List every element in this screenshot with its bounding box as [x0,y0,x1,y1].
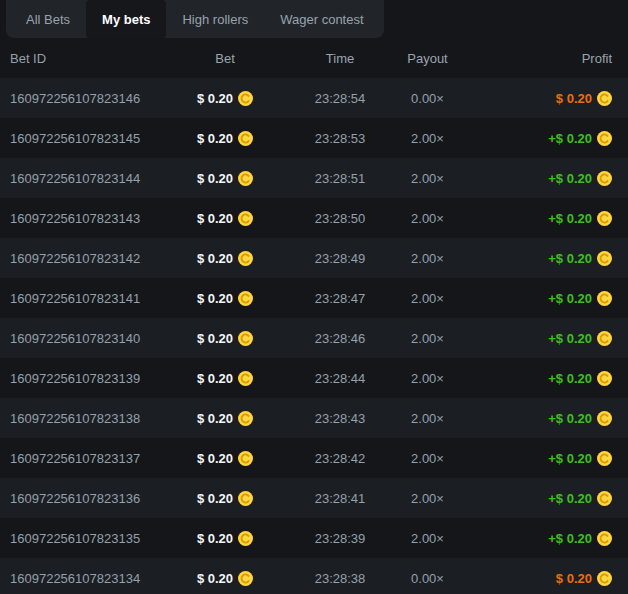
bet-id-cell: 160972256107823138 [10,411,175,426]
profit-value: +$ 0.20 [548,371,592,386]
table-row[interactable]: 160972256107823135 $ 0.20 23:28:39 2.00×… [0,518,628,558]
header-bet-id: Bet ID [10,51,175,66]
profit-value: +$ 0.20 [548,131,592,146]
profit-cell: +$ 0.20 [450,211,612,226]
table-row[interactable]: 160972256107823139 $ 0.20 23:28:44 2.00×… [0,358,628,398]
bet-amount: $ 0.20 [197,371,233,386]
tab-all-bets[interactable]: All Bets [10,0,86,38]
bet-amount: $ 0.20 [197,91,233,106]
payout-cell: 2.00× [405,491,450,506]
payout-cell: 2.00× [405,331,450,346]
bet-amount: $ 0.20 [197,411,233,426]
table-row[interactable]: 160972256107823143 $ 0.20 23:28:50 2.00×… [0,198,628,238]
table-row[interactable]: 160972256107823140 $ 0.20 23:28:46 2.00×… [0,318,628,358]
bet-id-cell: 160972256107823143 [10,211,175,226]
bet-id-cell: 160972256107823140 [10,331,175,346]
bet-id-cell: 160972256107823139 [10,371,175,386]
header-time: Time [275,51,405,66]
bet-cell: $ 0.20 [175,291,275,306]
payout-cell: 2.00× [405,451,450,466]
time-cell: 23:28:54 [275,91,405,106]
time-cell: 23:28:51 [275,171,405,186]
payout-cell: 2.00× [405,291,450,306]
profit-cell: +$ 0.20 [450,491,612,506]
coin-icon [238,251,253,266]
table-row[interactable]: 160972256107823146 $ 0.20 23:28:54 0.00×… [0,78,628,118]
coin-icon [238,211,253,226]
bet-cell: $ 0.20 [175,451,275,466]
table-header: Bet ID Bet Time Payout Profit [0,38,628,78]
bet-cell: $ 0.20 [175,211,275,226]
bet-amount: $ 0.20 [197,531,233,546]
tab-high-rollers[interactable]: High rollers [166,0,264,38]
table-row[interactable]: 160972256107823142 $ 0.20 23:28:49 2.00×… [0,238,628,278]
payout-cell: 2.00× [405,211,450,226]
time-cell: 23:28:41 [275,491,405,506]
profit-value: +$ 0.20 [548,331,592,346]
coin-icon [238,411,253,426]
coin-icon [597,171,612,186]
profit-cell: +$ 0.20 [450,331,612,346]
coin-icon [597,291,612,306]
payout-cell: 2.00× [405,171,450,186]
profit-value: +$ 0.20 [548,491,592,506]
bet-cell: $ 0.20 [175,251,275,266]
payout-cell: 2.00× [405,131,450,146]
coin-icon [238,291,253,306]
time-cell: 23:28:43 [275,411,405,426]
bet-id-cell: 160972256107823146 [10,91,175,106]
bet-id-cell: 160972256107823145 [10,131,175,146]
bet-amount: $ 0.20 [197,131,233,146]
coin-icon [238,531,253,546]
time-cell: 23:28:39 [275,531,405,546]
profit-cell: +$ 0.20 [450,171,612,186]
time-cell: 23:28:42 [275,451,405,466]
profit-cell: +$ 0.20 [450,531,612,546]
bet-amount: $ 0.20 [197,331,233,346]
coin-icon [597,331,612,346]
bet-amount: $ 0.20 [197,251,233,266]
time-cell: 23:28:46 [275,331,405,346]
table-row[interactable]: 160972256107823134 $ 0.20 23:28:38 0.00×… [0,558,628,594]
coin-icon [597,491,612,506]
profit-value: +$ 0.20 [548,531,592,546]
bet-cell: $ 0.20 [175,531,275,546]
profit-cell: +$ 0.20 [450,411,612,426]
bet-cell: $ 0.20 [175,571,275,586]
tab-wager-contest[interactable]: Wager contest [264,0,379,38]
profit-value: $ 0.20 [556,571,592,586]
coin-icon [597,411,612,426]
bets-tabbar: All Bets My bets High rollers Wager cont… [6,0,384,38]
bets-table-body: 160972256107823146 $ 0.20 23:28:54 0.00×… [0,78,628,594]
time-cell: 23:28:53 [275,131,405,146]
coin-icon [238,331,253,346]
bet-id-cell: 160972256107823144 [10,171,175,186]
bet-id-cell: 160972256107823134 [10,571,175,586]
table-row[interactable]: 160972256107823138 $ 0.20 23:28:43 2.00×… [0,398,628,438]
table-row[interactable]: 160972256107823136 $ 0.20 23:28:41 2.00×… [0,478,628,518]
table-row[interactable]: 160972256107823141 $ 0.20 23:28:47 2.00×… [0,278,628,318]
coin-icon [597,451,612,466]
bet-amount: $ 0.20 [197,451,233,466]
profit-value: +$ 0.20 [548,411,592,426]
profit-cell: $ 0.20 [450,91,612,106]
bet-id-cell: 160972256107823135 [10,531,175,546]
coin-icon [238,371,253,386]
coin-icon [238,571,253,586]
table-row[interactable]: 160972256107823145 $ 0.20 23:28:53 2.00×… [0,118,628,158]
bet-amount: $ 0.20 [197,211,233,226]
bet-amount: $ 0.20 [197,491,233,506]
time-cell: 23:28:49 [275,251,405,266]
coin-icon [597,531,612,546]
tab-my-bets[interactable]: My bets [86,0,166,38]
table-row[interactable]: 160972256107823137 $ 0.20 23:28:42 2.00×… [0,438,628,478]
coin-icon [597,251,612,266]
table-row[interactable]: 160972256107823144 $ 0.20 23:28:51 2.00×… [0,158,628,198]
bet-amount: $ 0.20 [197,291,233,306]
profit-value: +$ 0.20 [548,171,592,186]
coin-icon [238,171,253,186]
profit-cell: +$ 0.20 [450,131,612,146]
bet-cell: $ 0.20 [175,171,275,186]
bet-cell: $ 0.20 [175,491,275,506]
time-cell: 23:28:47 [275,291,405,306]
